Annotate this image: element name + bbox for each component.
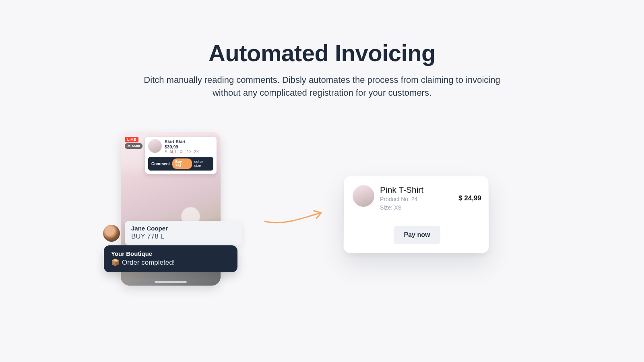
- invoice-product-thumb: [353, 185, 374, 207]
- arrow-icon: [262, 205, 327, 233]
- comment-hint: color size: [194, 160, 211, 168]
- viewer-count: 5500: [125, 143, 142, 149]
- invoice-card: Pink T-Shirt Product No: 24 Size: XS $ 2…: [344, 176, 489, 253]
- invoice-price: $ 24,99: [458, 194, 481, 202]
- merchant-message: Order completed!: [122, 259, 175, 267]
- product-thumb: [148, 139, 162, 153]
- product-overlay-card: Skirt Skirt $39,99 S, M, L, XL, 1X, 2X C…: [145, 137, 217, 174]
- invoice-product-size: Size: XS: [380, 204, 453, 212]
- avatar: [103, 225, 120, 242]
- home-indicator: [155, 281, 187, 283]
- eye-icon: [127, 144, 131, 148]
- commenter-name: Jane Cooper: [131, 225, 234, 232]
- merchant-name: Your Boutique: [111, 250, 229, 257]
- page-subtitle: Ditch manually reading comments. Dibsly …: [141, 74, 503, 99]
- buy-pill: Buy 778: [172, 158, 192, 169]
- comment-bar: Comment Buy 778 color size: [148, 157, 213, 171]
- customer-comment: Jane Cooper BUY 778 L: [103, 221, 242, 245]
- product-title: Skirt Skirt: [165, 139, 199, 144]
- merchant-reply: Your Boutique 📦 Order completed!: [104, 245, 237, 272]
- comment-message: BUY 778 L: [131, 232, 234, 241]
- divider: [351, 219, 483, 219]
- product-price: $39,99: [165, 144, 199, 149]
- package-icon: 📦: [111, 258, 120, 267]
- pay-now-button[interactable]: Pay now: [393, 226, 440, 244]
- invoice-product-no: Product No: 24: [380, 195, 453, 203]
- invoice-product-title: Pink T-Shirt: [380, 185, 453, 195]
- page-title: Automated Invoicing: [0, 39, 644, 66]
- product-sizes: S, M, L, XL, 1X, 2X: [165, 150, 199, 154]
- comment-label: Comment: [151, 162, 170, 166]
- live-badge: LIVE: [125, 137, 138, 142]
